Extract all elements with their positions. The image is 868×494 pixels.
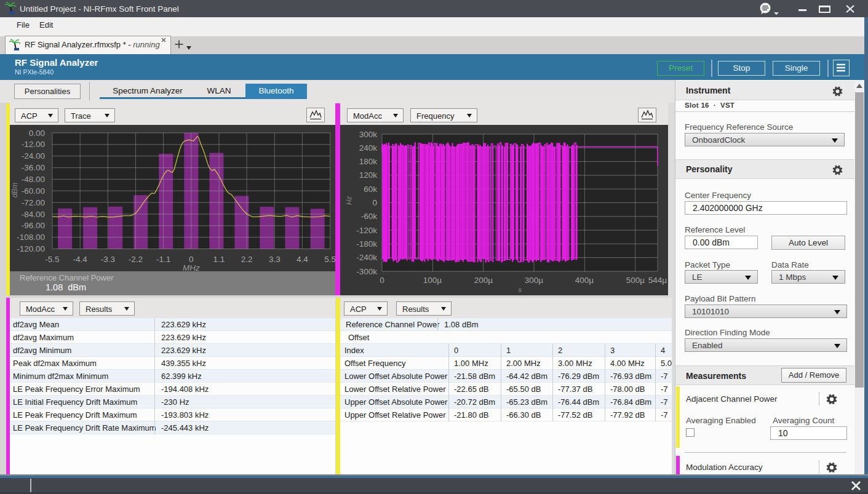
svg-text:-5.5: -5.5 (45, 255, 59, 264)
svg-text:300µ: 300µ (525, 276, 544, 285)
svg-text:1.1: 1.1 (213, 255, 225, 264)
svg-text:s: s (518, 286, 522, 293)
svg-text:-1.1: -1.1 (156, 255, 170, 264)
svg-text:60k: 60k (364, 185, 377, 194)
svg-text:dBm: dBm (10, 183, 19, 198)
svg-text:-3.3: -3.3 (101, 255, 115, 264)
svg-text:240k: 240k (359, 143, 378, 153)
svg-text:-60.00: -60.00 (22, 186, 45, 196)
svg-text:400µ: 400µ (575, 276, 594, 285)
svg-text:5.5: 5.5 (324, 255, 335, 264)
svg-text:0.00: 0.00 (29, 129, 45, 138)
svg-text:-108.00: -108.00 (17, 233, 45, 242)
svg-text:300k: 300k (359, 130, 378, 139)
svg-text:500µ: 500µ (626, 276, 645, 285)
svg-text:180k: 180k (359, 157, 378, 166)
svg-text:120k: 120k (359, 170, 378, 180)
svg-text:-240k: -240k (356, 253, 377, 262)
svg-text:-48.00: -48.00 (22, 175, 45, 184)
svg-text:-72.00: -72.00 (22, 198, 45, 207)
svg-text:-2.2: -2.2 (129, 255, 143, 264)
svg-text:544µ: 544µ (648, 276, 667, 285)
svg-text:-120k: -120k (356, 226, 377, 235)
svg-text:MHz: MHz (183, 263, 200, 272)
svg-text:200µ: 200µ (474, 276, 493, 285)
svg-text:Hz: Hz (345, 196, 352, 205)
svg-text:-24.00: -24.00 (22, 151, 45, 161)
svg-text:-120.00: -120.00 (17, 244, 45, 253)
svg-text:100µ: 100µ (423, 276, 442, 285)
svg-text:-4.4: -4.4 (73, 255, 88, 264)
svg-text:4.4: 4.4 (297, 255, 308, 264)
svg-text:-12.00: -12.00 (22, 140, 45, 149)
svg-text:-84.00: -84.00 (22, 210, 45, 219)
svg-text:2.2: 2.2 (241, 255, 253, 264)
svg-text:0: 0 (372, 198, 377, 207)
svg-text:-36.00: -36.00 (22, 163, 45, 172)
svg-text:3.3: 3.3 (269, 255, 281, 264)
svg-text:-300k: -300k (356, 267, 377, 276)
svg-text:-180k: -180k (356, 239, 377, 249)
svg-text:0: 0 (380, 276, 384, 285)
svg-text:-96.00: -96.00 (22, 221, 45, 230)
svg-text:-60k: -60k (361, 212, 378, 221)
